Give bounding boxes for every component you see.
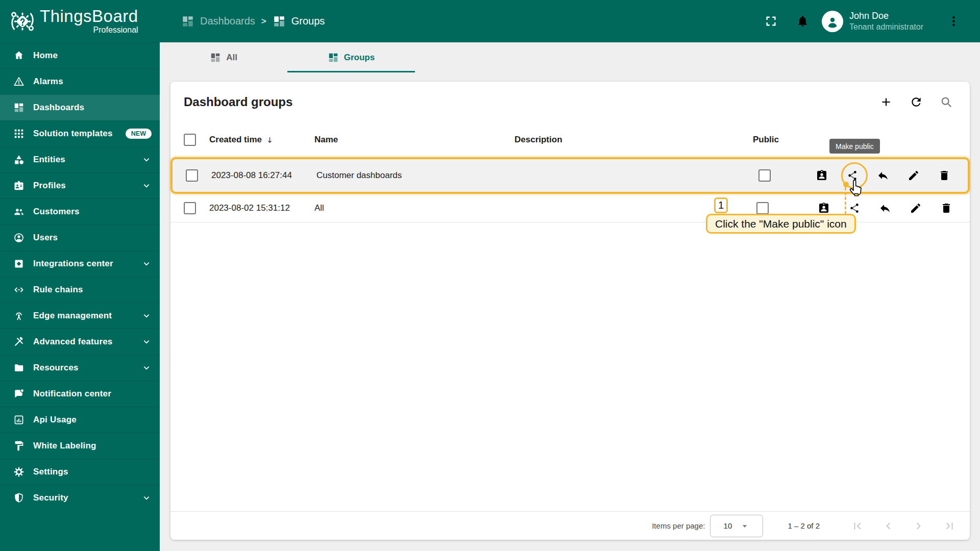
edit-button[interactable] (904, 197, 927, 219)
row-checkbox[interactable] (186, 169, 198, 182)
manage-permissions-button[interactable] (811, 164, 833, 187)
sidebar-item-integrations-center[interactable]: Integrations center (0, 251, 160, 277)
notifications-button[interactable] (791, 10, 814, 33)
table-row-customer-dashboards[interactable]: 2023-08-08 16:27:44 Customer dashboards (170, 157, 970, 194)
category-icon (13, 154, 24, 165)
integration-icon (13, 258, 24, 269)
next-page-button[interactable] (908, 515, 930, 537)
sidebar-item-alarms[interactable]: Alarms (0, 68, 160, 94)
sidebar-item-dashboards[interactable]: Dashboards (0, 94, 160, 120)
column-header-public[interactable]: Public (749, 135, 805, 145)
user-menu[interactable]: John Doe Tenant administrator (849, 10, 930, 32)
sidebar-item-settings[interactable]: Settings (0, 459, 160, 485)
caret-down-icon (740, 521, 750, 531)
column-header-name[interactable]: Name (314, 135, 514, 145)
brand-logo[interactable]: ThingsBoard Professional (0, 0, 160, 42)
cell-name: All (314, 203, 514, 213)
sidebar-item-resources[interactable]: Resources (0, 355, 160, 381)
sidebar-item-profiles[interactable]: Profiles (0, 172, 160, 198)
badge-icon (13, 180, 24, 191)
reply-icon (879, 202, 891, 214)
sidebar-item-label: Entities (33, 155, 65, 165)
people-icon (13, 206, 24, 217)
paint-roller-icon (13, 440, 24, 452)
sidebar-item-entities[interactable]: Entities (0, 146, 160, 172)
share-icon (846, 169, 859, 182)
dashboards-icon (181, 15, 194, 28)
new-badge: NEW (126, 129, 152, 139)
sidebar-item-users[interactable]: Users (0, 224, 160, 251)
sidebar-item-solution-templates[interactable]: Solution templatesNEW (0, 120, 160, 146)
public-checkbox[interactable] (756, 202, 769, 214)
sidebar-item-customers[interactable]: Customers (0, 198, 160, 224)
bar-chart-icon (13, 414, 24, 425)
add-group-button[interactable] (875, 91, 897, 113)
breadcrumb: Dashboards > Groups (160, 15, 325, 28)
tab-label: All (226, 53, 237, 63)
column-header-created-time[interactable]: Created time (209, 135, 314, 145)
sidebar-item-white-labeling[interactable]: White Labeling (0, 433, 160, 459)
public-checkbox[interactable] (758, 169, 771, 182)
search-button[interactable] (935, 91, 958, 113)
fullscreen-icon (765, 15, 777, 28)
refresh-button[interactable] (905, 91, 927, 113)
manage-permissions-button[interactable] (813, 197, 835, 219)
row-checkbox[interactable] (184, 202, 196, 214)
first-page-button[interactable] (846, 515, 869, 537)
delete-button[interactable] (935, 197, 958, 219)
sidebar-item-notification-center[interactable]: Notification center (0, 381, 160, 407)
chevron-down-icon (141, 181, 152, 191)
sidebar-item-home[interactable]: Home (0, 42, 160, 68)
chevron-down-icon (141, 493, 152, 503)
previous-page-button[interactable] (877, 515, 899, 537)
make-private-button[interactable] (872, 164, 894, 187)
sidebar-item-label: Integrations center (33, 259, 113, 269)
page-size-select[interactable]: 10 (710, 515, 763, 537)
last-page-button[interactable] (938, 515, 961, 537)
sidebar-item-label: Dashboards (33, 103, 84, 113)
paginator: Items per page: 10 1 – 2 of 2 (170, 511, 970, 540)
pencil-icon (908, 169, 920, 182)
table-row-all[interactable]: 2023-08-02 15:31:12 All (170, 194, 970, 222)
avatar[interactable] (822, 11, 843, 32)
make-private-button[interactable] (874, 197, 896, 219)
card-header: Dashboard groups (170, 82, 970, 122)
apps-grid-icon (13, 128, 24, 139)
breadcrumb-groups[interactable]: Groups (273, 15, 325, 28)
dashboard-groups-card: Dashboard groups Created time Name Descr… (170, 82, 970, 540)
chevron-down-icon (141, 155, 152, 165)
card-actions (875, 91, 958, 113)
first-page-icon (851, 520, 864, 532)
edit-button[interactable] (902, 164, 925, 187)
column-header-description[interactable]: Description (514, 135, 749, 145)
delete-button[interactable] (933, 164, 955, 187)
tab-all[interactable]: All (160, 42, 287, 72)
sidebar-item-edge-management[interactable]: Edge management (0, 303, 160, 329)
table-header-row: Created time Name Description Public (170, 122, 970, 157)
next-page-icon (913, 520, 925, 532)
breadcrumb-label: Dashboards (200, 15, 255, 27)
sidebar-item-advanced-features[interactable]: Advanced features (0, 329, 160, 355)
table-empty-area (170, 222, 970, 511)
make-public-button[interactable] (843, 197, 866, 219)
sidebar-item-label: Security (33, 493, 68, 503)
more-menu-button[interactable] (942, 10, 965, 33)
user-icon (825, 14, 840, 29)
row-actions (807, 164, 968, 187)
dashboards-icon (328, 52, 339, 63)
sidebar-item-rule-chains[interactable]: Rule chains (0, 277, 160, 303)
chevron-down-icon (141, 363, 152, 373)
group-permissions-icon (818, 202, 830, 214)
breadcrumb-label: Groups (291, 15, 325, 27)
breadcrumb-dashboards[interactable]: Dashboards (181, 15, 255, 28)
sidebar-item-security[interactable]: Security (0, 485, 160, 511)
fullscreen-button[interactable] (760, 10, 782, 33)
tab-groups[interactable]: Groups (287, 42, 415, 72)
make-public-button[interactable] (841, 164, 864, 187)
sidebar-item-label: Home (33, 51, 58, 61)
tools-icon (13, 336, 24, 347)
select-all-checkbox[interactable] (184, 134, 196, 146)
shield-icon (13, 492, 24, 504)
group-permissions-icon (816, 169, 828, 182)
sidebar-item-api-usage[interactable]: Api Usage (0, 407, 160, 433)
